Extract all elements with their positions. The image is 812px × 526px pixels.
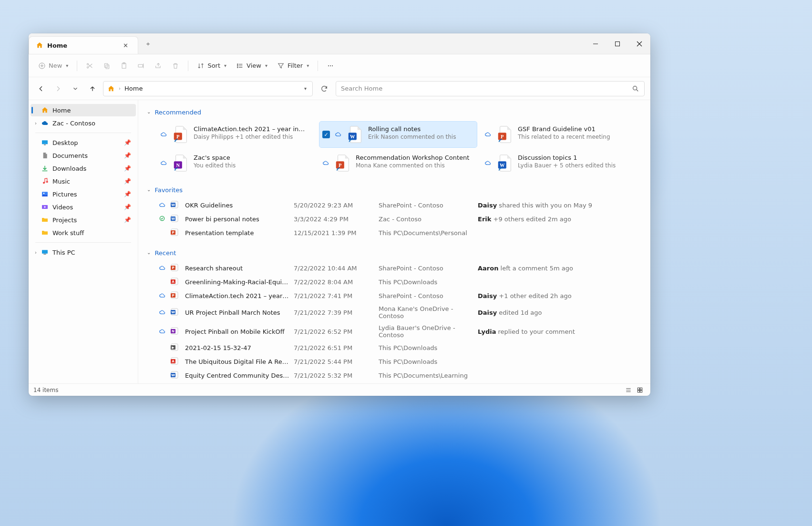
nav-desktop[interactable]: Desktop📌 — [31, 136, 136, 149]
tab-home[interactable]: Home ✕ — [29, 36, 138, 54]
chevron-right-icon[interactable]: › — [32, 121, 39, 126]
file-row[interactable]: AGreenlining-Making-Racial-Equity-Rea…7/… — [157, 275, 639, 289]
nav-this-pc[interactable]: ›This PC — [31, 246, 136, 258]
pin-icon[interactable]: 📌 — [124, 204, 131, 210]
chevron-down-icon: ▾ — [265, 63, 267, 68]
nav-label: Downloads — [52, 165, 86, 172]
svg-text:P: P — [172, 294, 174, 298]
nav-projects[interactable]: Projects📌 — [31, 214, 136, 226]
new-button[interactable]: New ▾ — [34, 59, 72, 72]
close-button[interactable] — [628, 33, 650, 54]
file-name: UR Project Pinball March Notes — [185, 309, 290, 316]
nav-home[interactable]: Home — [31, 104, 136, 116]
folder-icon — [41, 216, 49, 224]
file-location: This PC\Downloads — [379, 358, 474, 365]
thispc-icon — [41, 248, 49, 256]
cloud-status-icon — [160, 131, 168, 139]
thumbnails-view-button[interactable] — [634, 385, 646, 395]
copy-icon — [103, 62, 111, 70]
search-input[interactable] — [341, 85, 632, 92]
pin-icon[interactable]: 📌 — [124, 178, 131, 185]
pin-icon[interactable]: 📌 — [124, 191, 131, 197]
file-title: ClimateAction.tech 2021 – year in… — [194, 125, 305, 133]
share-icon — [154, 62, 162, 70]
address-bar[interactable]: › Home ▾ — [103, 81, 313, 96]
svg-text:W: W — [171, 217, 175, 221]
cloud-status-icon — [484, 131, 492, 139]
nav-pictures[interactable]: Pictures📌 — [31, 188, 136, 200]
chevron-down-icon: ▾ — [66, 63, 68, 68]
minimize-button[interactable] — [585, 33, 606, 54]
rename-button — [134, 59, 149, 72]
filter-button[interactable]: Filter▾ — [273, 59, 313, 72]
recent-locations-button[interactable] — [69, 82, 82, 95]
music-icon — [41, 177, 49, 185]
pin-icon[interactable]: 📌 — [124, 152, 131, 159]
section-header-recommended[interactable]: ⌄Recommended — [147, 107, 639, 118]
nav-videos[interactable]: Videos📌 — [31, 201, 136, 213]
file-row[interactable]: WPower bi personal notes3/3/2022 4:29 PM… — [157, 212, 639, 226]
refresh-button[interactable] — [317, 81, 332, 96]
section-header-favorites[interactable]: ⌄Favorites — [147, 185, 639, 196]
breadcrumb[interactable]: Home — [124, 85, 143, 92]
chevron-down-icon: ▾ — [224, 63, 226, 68]
nav-label: Pictures — [52, 191, 77, 198]
plus-circle-icon — [38, 62, 46, 70]
funnel-icon — [277, 62, 285, 70]
nav-documents[interactable]: Documents📌 — [31, 149, 136, 162]
file-type-icon: P — [335, 154, 351, 172]
delete-button — [168, 59, 183, 72]
svg-rect-27 — [44, 144, 46, 145]
back-button[interactable] — [34, 82, 48, 95]
file-type-icon: P — [171, 228, 181, 237]
file-row[interactable]: WOKR Guidelines5/20/2022 9:23 AMSharePoi… — [157, 198, 639, 212]
maximize-button[interactable] — [606, 33, 628, 54]
nav-work-stuff[interactable]: Work stuff — [31, 227, 136, 239]
address-dropdown-button[interactable]: ▾ — [302, 84, 308, 93]
navigation-pane: Home›Zac - ContosoDesktop📌Documents📌Down… — [29, 100, 138, 383]
sort-button[interactable]: Sort▾ — [193, 59, 230, 72]
view-button[interactable]: View▾ — [232, 59, 271, 72]
file-row[interactable]: NProject Pinball on Mobile KickOff7/21/2… — [157, 322, 639, 341]
file-row[interactable]: ▶2021-02-15 15-32-477/21/2022 6:51 PMThi… — [157, 341, 639, 355]
nav-downloads[interactable]: Downloads📌 — [31, 162, 136, 175]
svg-text:P: P — [172, 231, 174, 235]
file-row[interactable]: PResearch shareout7/22/2022 10:44 AMShar… — [157, 261, 639, 275]
pin-icon[interactable]: 📌 — [124, 139, 131, 146]
nav-zac-contoso[interactable]: ›Zac - Contoso — [31, 117, 136, 129]
file-row[interactable]: WEquity Centred Community Design7/21/202… — [157, 369, 639, 382]
more-button[interactable] — [323, 59, 338, 72]
file-subtitle: Erik Nason commented on this — [368, 134, 456, 140]
details-view-button[interactable] — [623, 385, 634, 395]
file-title: GSF Brand Guideline v01 — [518, 125, 610, 133]
file-subtitle: Lydia Bauer + 5 others edited this — [518, 162, 616, 169]
svg-point-23 — [332, 65, 333, 66]
chevron-right-icon[interactable]: › — [32, 250, 39, 255]
up-button[interactable] — [86, 82, 99, 95]
recommended-card[interactable]: P ClimateAction.tech 2021 – year in…Dais… — [157, 122, 315, 147]
svg-rect-85 — [640, 388, 642, 390]
pin-icon[interactable]: 📌 — [124, 217, 131, 223]
file-row[interactable]: AThe Ubiquitous Digital File A Review o…… — [157, 355, 639, 369]
recommended-card[interactable]: P Recommendation Workshop ContentMona Ka… — [319, 150, 477, 176]
search-box[interactable] — [336, 81, 645, 96]
file-name: Presentation template — [185, 229, 290, 237]
new-tab-button[interactable]: ＋ — [138, 33, 157, 54]
recommended-card[interactable]: ✓ W Rolling call notesErik Nason comment… — [319, 122, 477, 147]
file-row[interactable]: PClimateAction.tech 2021 – year in revie… — [157, 289, 639, 303]
file-date: 7/21/2022 7:39 PM — [294, 309, 375, 316]
nav-label: Zac - Contoso — [52, 120, 95, 127]
recommended-card[interactable]: N Zac's spaceYou edited this — [157, 150, 315, 176]
recommended-card[interactable]: P GSF Brand Guideline v01This related to… — [482, 122, 639, 147]
section-header-recent[interactable]: ⌄Recent — [147, 248, 639, 258]
file-row[interactable]: WUR Project Pinball March Notes7/21/2022… — [157, 303, 639, 322]
home-icon — [36, 41, 43, 49]
tab-close-button[interactable]: ✕ — [121, 40, 130, 51]
section-title: Favorites — [154, 186, 183, 194]
chevron-down-icon: ⌄ — [147, 109, 151, 114]
sort-label: Sort — [207, 62, 220, 69]
file-row[interactable]: PPresentation template12/15/2021 1:39 PM… — [157, 226, 639, 240]
pin-icon[interactable]: 📌 — [124, 165, 131, 172]
recommended-card[interactable]: W Discussion topics 1Lydia Bauer + 5 oth… — [482, 150, 639, 176]
nav-music[interactable]: Music📌 — [31, 175, 136, 187]
